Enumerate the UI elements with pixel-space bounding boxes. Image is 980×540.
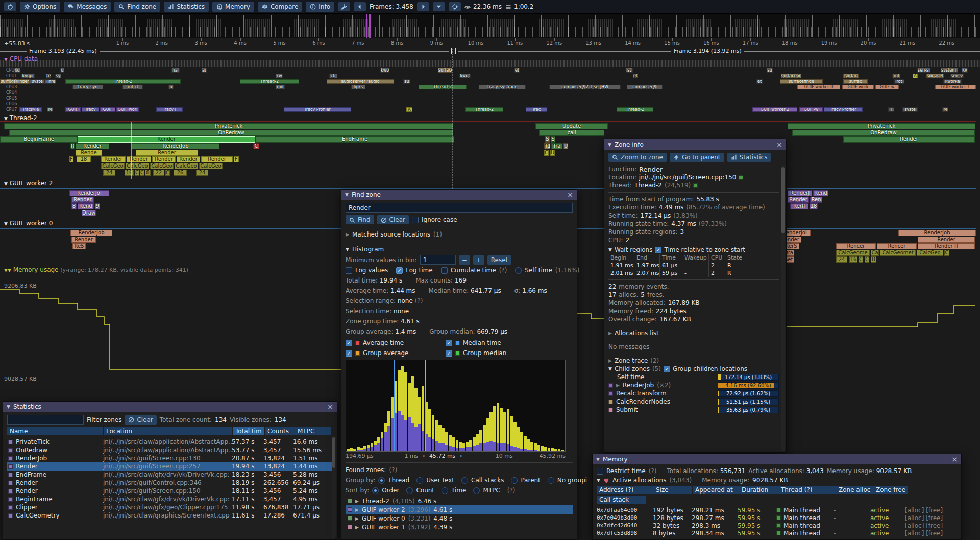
min-bin-increase-button[interactable]: + bbox=[473, 255, 484, 265]
reset-button[interactable]: Reset bbox=[487, 255, 512, 265]
timeline-zone[interactable]: u bbox=[60, 68, 64, 73]
alloc-call-stack[interactable]: [alloc] [free] bbox=[905, 530, 954, 537]
timeline-zone[interactable]: au bbox=[202, 68, 207, 73]
memory-column-header[interactable]: Zone alloc bbox=[836, 486, 873, 494]
toolbar-button-memory[interactable]: Memory bbox=[212, 2, 254, 12]
timeline-zone[interactable]: sen-ss bbox=[950, 74, 964, 78]
alloc-call-stack[interactable]: [alloc] [free] bbox=[905, 522, 954, 529]
frame-select-button[interactable] bbox=[433, 2, 445, 11]
timeline-zone[interactable]: Tra bbox=[551, 143, 562, 149]
timeline-zone[interactable]: surfacefli bbox=[926, 74, 944, 78]
statistics-row[interactable]: CalcGeometryjni/../jni/src/claw/graphics… bbox=[7, 511, 333, 520]
zoom-to-zone-button[interactable]: Zoom to zone bbox=[608, 153, 667, 162]
timeline-zone[interactable]: F bbox=[234, 156, 239, 162]
timeline-zone[interactable]: Render bbox=[843, 136, 975, 143]
timeline-zone[interactable]: Thread-2 bbox=[240, 79, 299, 84]
timeline-zone[interactable]: B bbox=[871, 256, 876, 263]
memory-allocation-row[interactable]: 0x7dfaa64e00192 bytes298.21 ms59.95 sMai… bbox=[597, 506, 957, 514]
call-stacks-radio[interactable] bbox=[461, 477, 468, 484]
timeline-zone[interactable]: CalcGeo bbox=[175, 163, 198, 169]
mtpc-radio[interactable] bbox=[473, 487, 480, 494]
active-allocations-row[interactable]: ▼ Active allocations (3,043) Memory usag… bbox=[597, 477, 957, 484]
found-zone-group[interactable]: ▶Thread-2(4,105)6.46 s bbox=[346, 497, 573, 505]
statistics-button[interactable]: Statistics bbox=[727, 153, 771, 162]
timeline-zone[interactable]: OnRedraw bbox=[9, 130, 453, 136]
timeline-zone[interactable]: I bbox=[888, 107, 894, 112]
time-radio[interactable] bbox=[442, 487, 448, 494]
find-button[interactable]: Find bbox=[346, 215, 374, 224]
statistics-row[interactable]: BeginFramejni/../jni/src/claw/gfx/drv/vk… bbox=[7, 495, 333, 503]
statistics-row[interactable]: RenderJobjni/../jni/src/guif/Screen.cpp:… bbox=[7, 454, 333, 462]
stats-column-header[interactable]: Total tim bbox=[233, 427, 264, 435]
timeline-zone[interactable]: GUIF worker 1 bbox=[935, 85, 976, 89]
prev-frame-button[interactable] bbox=[354, 2, 366, 11]
thread-section-header[interactable]: ▼ Thread-2 bbox=[4, 114, 37, 122]
timeline-zone[interactable]: sy bbox=[55, 74, 61, 78]
statistics-row[interactable]: Renderjni/../jni/src/guif/Control.cpp:34… bbox=[7, 479, 333, 487]
timeline-zone[interactable]: M bbox=[47, 107, 53, 112]
timeline-zone[interactable]: Render bbox=[201, 156, 233, 162]
timeline-zone[interactable]: GUIF bbox=[65, 107, 81, 112]
statistics-row[interactable]: Renderjni/../jni/src/guif/Screen.cpp:150… bbox=[7, 487, 333, 495]
timeline-zone[interactable]: 26 bbox=[174, 170, 187, 176]
timeline-zone[interactable]: Render bbox=[78, 136, 255, 143]
matched-source-locations-row[interactable]: ▶ Matched source locations (1) bbox=[346, 230, 573, 239]
timeline-zone[interactable]: OnRedraw bbox=[792, 130, 975, 136]
timeline-zone[interactable]: GUIF-w bbox=[799, 107, 823, 112]
timeline-zone[interactable]: audioserver /audio bbox=[327, 79, 394, 84]
order-radio[interactable] bbox=[372, 487, 379, 494]
collapse-icon[interactable]: ▼ bbox=[7, 404, 10, 409]
timeline-zone[interactable]: Update bbox=[535, 123, 608, 129]
timeline-zone[interactable]: kvgpr bbox=[21, 74, 35, 78]
log-time-checkbox[interactable]: ✓ bbox=[396, 267, 403, 274]
stats-column-header[interactable]: Location bbox=[104, 427, 232, 435]
timeline-zone[interactable]: C bbox=[544, 150, 549, 156]
timeline-zone[interactable]: composer@2.1-se [HW bbox=[549, 85, 621, 89]
memory-column-header[interactable]: Appeared at bbox=[693, 486, 739, 494]
timeline-zone[interactable]: F bbox=[69, 156, 74, 162]
timeline-zone[interactable]: CalcGeo bbox=[101, 163, 125, 169]
timeline-zone[interactable]: et bbox=[514, 68, 520, 73]
timeline-zone[interactable]: rol bbox=[892, 74, 900, 78]
timeline-zone[interactable]: et bbox=[633, 74, 638, 78]
next-frame-button[interactable] bbox=[417, 2, 429, 11]
memory-column-header[interactable]: Zone free bbox=[873, 486, 908, 494]
timeline-zone[interactable]: surfac bbox=[843, 79, 868, 84]
timeline-zone[interactable]: call bbox=[539, 130, 604, 136]
timeline-zone[interactable]: GUIF work bbox=[842, 85, 874, 89]
timeline-zone[interactable]: Ca bbox=[871, 250, 879, 256]
timeline-zone[interactable]: BeginFrame bbox=[0, 136, 78, 143]
timeline-zone[interactable]: surfacet bbox=[438, 68, 452, 73]
source-location-icon[interactable] bbox=[739, 175, 743, 180]
cumulate-time-checkbox[interactable] bbox=[441, 267, 448, 274]
memory-allocation-row[interactable]: 0x7e049b3d00128 bytes298.27 ms59.95 sMai… bbox=[597, 514, 957, 522]
timeline-zone[interactable]: PrivateTick bbox=[788, 123, 975, 129]
timeline-zone[interactable]: system_s bbox=[941, 68, 958, 73]
close-icon[interactable]: × bbox=[951, 456, 958, 463]
zone-info-titlebar[interactable]: ▼ Zone info × bbox=[604, 139, 786, 150]
frame-overview-graph[interactable] bbox=[0, 14, 980, 38]
allocations-list-row[interactable]: ▶ Allocations list bbox=[608, 329, 779, 337]
timeline-zone[interactable]: C bbox=[165, 170, 170, 176]
collapse-icon[interactable]: ▼ bbox=[608, 142, 611, 147]
cpu-data-section-header[interactable]: ▼ CPU data bbox=[4, 55, 38, 62]
timeline-zone[interactable]: 8 bbox=[71, 203, 77, 209]
timeline-zone[interactable]: kv bbox=[962, 68, 968, 73]
timeline-zone[interactable]: CalcGeo bbox=[199, 163, 223, 169]
timeline-zone[interactable]: Render bbox=[71, 237, 96, 243]
timeline-zone[interactable]: Tracy Profiler bbox=[284, 107, 351, 112]
timeline-zone[interactable]: 22 bbox=[153, 170, 164, 176]
timeline-zone[interactable]: surfac bbox=[843, 74, 859, 78]
zone-search-input[interactable] bbox=[346, 203, 573, 213]
timeline-zone[interactable]: C bbox=[859, 256, 863, 263]
found-zone-group[interactable]: ▶GUIF worker 0(3,231)4.48 s bbox=[346, 514, 573, 523]
histogram-section-row[interactable]: ▼ Histogram bbox=[346, 245, 573, 254]
memory-column-header[interactable]: Duration bbox=[739, 486, 778, 494]
min-bin-decrease-button[interactable]: − bbox=[459, 255, 470, 265]
timeline-zone[interactable]: C bbox=[140, 170, 144, 176]
min-bin-input[interactable] bbox=[420, 255, 456, 265]
timeline-zone[interactable]: S bbox=[551, 136, 555, 143]
restrict-time-checkbox[interactable] bbox=[597, 468, 603, 475]
timeline-zone[interactable]: 16 bbox=[849, 256, 857, 263]
memory-usage-section-header[interactable]: ▼▼ Memory usage (y-range: 178.27 KB, vis… bbox=[4, 266, 188, 273]
